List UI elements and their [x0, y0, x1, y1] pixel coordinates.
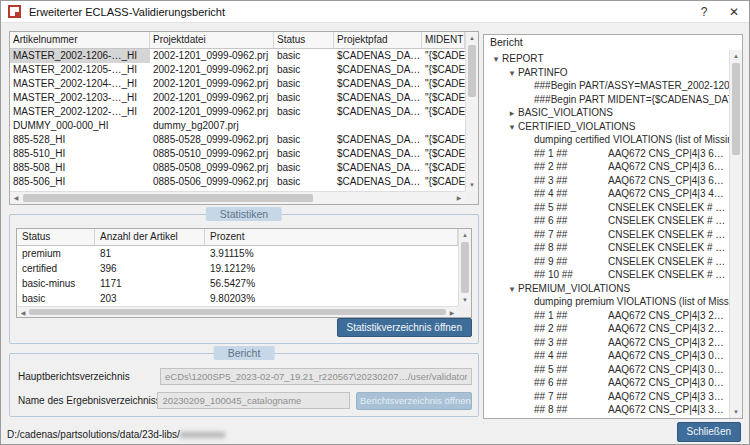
- article-cell: "{$CADEN: [422, 105, 465, 119]
- report-tree: ▾REPORT▾PARTINFO###Begin PART/ASSY=MASTE…: [484, 52, 729, 418]
- scroll-up-icon[interactable]: ▲: [730, 50, 742, 62]
- column-header-projektdatei[interactable]: Projektdatei: [150, 32, 274, 48]
- tree-item[interactable]: ## 6 ##CNSELEK CNSELEK # …: [484, 214, 729, 228]
- article-row[interactable]: DUMMY_000-000_HIdummy_bg2007.prj: [10, 119, 465, 133]
- tree-item[interactable]: ▸BASIC_VIOLATIONS: [484, 106, 729, 120]
- tree-item[interactable]: ## 5 ##CNSELEK CNSELEK # …: [484, 201, 729, 215]
- tree-item[interactable]: ## 7 ##AAQ672 CNS_CP|4|3 3…: [484, 390, 729, 404]
- articles-vscrollbar[interactable]: ▲ ▼: [465, 32, 478, 191]
- stats-cell: 81: [95, 246, 205, 261]
- stats-vscrollbar[interactable]: ▲ ▼: [458, 229, 471, 306]
- chevron-down-icon[interactable]: ▾: [490, 53, 502, 66]
- column-header-mident[interactable]: MIDENT: [422, 32, 465, 48]
- article-cell: basic: [274, 49, 334, 63]
- tree-item[interactable]: ## 2 ##AAQ672 CNS_CP|4|3 2…: [484, 322, 729, 336]
- stats-row[interactable]: premium813.91115%: [17, 246, 458, 261]
- article-row[interactable]: MASTER_2002-1205-…_HI2002-1201_0999-0962…: [10, 63, 465, 77]
- article-cell: basic: [274, 105, 334, 119]
- scroll-left-icon[interactable]: ◀: [17, 307, 29, 317]
- articles-hscrollbar[interactable]: ◀ ▶: [10, 191, 465, 204]
- chevron-down-icon[interactable]: ▾: [506, 67, 518, 80]
- article-row[interactable]: 885-506_HI0885-0506_0999-0962.prjbasic$C…: [10, 175, 465, 189]
- tree-item[interactable]: ## 3 ##AAQ672 CNS_CP|4|3 6…: [484, 174, 729, 188]
- tree-item-value: AAQ672 CNS_CP|4|3 4…: [608, 188, 724, 199]
- article-row[interactable]: MASTER_2002-1204-…_HI2002-1201_0999-0962…: [10, 77, 465, 91]
- tree-item[interactable]: ###Begin PART/ASSY=MASTER_2002-1206-w…: [484, 79, 729, 93]
- articles-vscroll-thumb[interactable]: [468, 45, 476, 97]
- main-report-directory-field[interactable]: [160, 368, 472, 385]
- article-row[interactable]: 885-528_HI0885-0528_0999-0962.prjbasic$C…: [10, 133, 465, 147]
- tree-item-value: CNSELEK CNSELEK # …: [608, 202, 725, 213]
- tree-item[interactable]: dumping premium VIOLATIONS (list of Miss…: [484, 295, 729, 309]
- article-cell: [334, 119, 422, 133]
- column-header-projektpfad[interactable]: Projektpfad: [334, 32, 422, 48]
- statistics-table-header: Status Anzahl der Artikel Prozent: [17, 229, 458, 246]
- tree-item[interactable]: ## 7 ##CNSELEK CNSELEK # …: [484, 228, 729, 242]
- result-directory-name-field[interactable]: [157, 392, 350, 409]
- article-cell: $CADENAS_DA…: [334, 161, 422, 175]
- tree-item[interactable]: ▾CERTIFIED_VIOLATIONS: [484, 120, 729, 134]
- scroll-up-icon[interactable]: ▲: [466, 32, 478, 44]
- tree-item[interactable]: dumping certified VIOLATIONS (list of Mi…: [484, 133, 729, 147]
- stats-column-anzahl[interactable]: Anzahl der Artikel: [95, 229, 205, 245]
- tree-item[interactable]: ## 5 ##AAQ672 CNS_CP|4|3 0…: [484, 363, 729, 377]
- tree-vscrollbar[interactable]: ▲ ▼: [729, 50, 742, 418]
- chevron-down-icon[interactable]: ▾: [506, 283, 518, 296]
- column-header-status[interactable]: Status: [274, 32, 334, 48]
- article-row[interactable]: MASTER_2002-1202-…_HI2002-1201_0999-0962…: [10, 105, 465, 119]
- article-cell: basic: [274, 91, 334, 105]
- tree-item-label: ## 8 ##: [534, 403, 608, 417]
- scroll-down-icon[interactable]: ▼: [730, 406, 742, 418]
- scroll-right-icon[interactable]: ▶: [446, 307, 458, 317]
- tree-item[interactable]: ▾PARTINFO: [484, 66, 729, 80]
- tree-item[interactable]: ## 2 ##AAQ672 CNS_CP|4|3 6…: [484, 160, 729, 174]
- tree-item[interactable]: ## 8 ##CNSELEK CNSELEK # …: [484, 241, 729, 255]
- tree-item[interactable]: ## 1 ##AAQ672 CNS_CP|4|3 6…: [484, 147, 729, 161]
- tree-item[interactable]: ## 3 ##AAQ672 CNS_CP|4|3 2…: [484, 336, 729, 350]
- stats-row[interactable]: basic2039.80203%: [17, 291, 458, 306]
- tree-item[interactable]: ## 4 ##AAQ672 CNS_CP|4|3 4…: [484, 187, 729, 201]
- open-report-directory-button[interactable]: Berichtsverzeichnis öffnen: [356, 392, 472, 410]
- stats-row[interactable]: basic-minus117156.5427%: [17, 276, 458, 291]
- article-row[interactable]: 885-510_HI0885-0510_0999-0962.prjbasic$C…: [10, 147, 465, 161]
- stats-vscroll-thumb[interactable]: [461, 242, 469, 293]
- article-row[interactable]: MASTER_2002-1206-…_HI2002-1201_0999-0962…: [10, 49, 465, 63]
- article-cell: 2002-1201_0999-0962.prj: [150, 105, 274, 119]
- tree-item-label: ## 5 ##: [534, 201, 608, 215]
- chevron-down-icon[interactable]: ▾: [506, 121, 518, 134]
- scroll-left-icon[interactable]: ◀: [10, 192, 22, 204]
- stats-column-prozent[interactable]: Prozent: [205, 229, 458, 245]
- tree-item[interactable]: ## 1 ##AAQ672 CNS_CP|4|3 2…: [484, 309, 729, 323]
- stats-column-status[interactable]: Status: [17, 229, 95, 245]
- tree-item[interactable]: ###Begin PART MIDENT={$CADENAS_DATA/…: [484, 93, 729, 107]
- stats-hscrollbar[interactable]: ◀ ▶: [17, 306, 458, 317]
- stats-cell: 396: [95, 261, 205, 276]
- tree-item[interactable]: ## 6 ##AAQ672 CNS_CP|4|3 0…: [484, 376, 729, 390]
- help-button[interactable]: ?: [689, 5, 719, 19]
- chevron-right-icon[interactable]: ▸: [506, 107, 518, 120]
- scroll-up-icon[interactable]: ▲: [459, 229, 471, 241]
- tree-item-value: AAQ672 CNS_CP|4|3 2…: [608, 323, 724, 334]
- tree-item[interactable]: ## 8 ##AAQ672 CNS_CP|4|3 3…: [484, 403, 729, 417]
- stats-hscroll-thumb[interactable]: [29, 309, 446, 315]
- stats-table-body: premium813.91115%certified39619.1212%bas…: [17, 246, 458, 306]
- scroll-down-icon[interactable]: ▼: [459, 294, 471, 306]
- scroll-right-icon[interactable]: ▶: [453, 192, 465, 204]
- tree-item[interactable]: ▾REPORT: [484, 52, 729, 66]
- tree-item[interactable]: ## 4 ##AAQ672 CNS_CP|4|3 0…: [484, 349, 729, 363]
- stats-row[interactable]: certified39619.1212%: [17, 261, 458, 276]
- open-statistics-directory-button[interactable]: Statistikverzeichnis öffnen: [337, 318, 472, 337]
- tree-item[interactable]: ## 9 ##CNSELEK CNSELEK # …: [484, 255, 729, 269]
- tree-item[interactable]: ## 10 ##CNSELEK CNSELEK # …: [484, 268, 729, 282]
- scroll-down-icon[interactable]: ▼: [466, 179, 478, 191]
- tree-item-label: ###Begin PART MIDENT={$CADENAS_DATA/…: [534, 94, 729, 105]
- close-button[interactable]: ✕: [719, 5, 749, 19]
- article-row[interactable]: MASTER_2002-1203-…_HI2002-1201_0999-0962…: [10, 91, 465, 105]
- tree-item[interactable]: ▾PREMIUM_VIOLATIONS: [484, 282, 729, 296]
- tree-item-value: CNSELEK CNSELEK # …: [608, 256, 725, 267]
- tree-vscroll-thumb[interactable]: [732, 63, 740, 155]
- close-dialog-button[interactable]: Schließen: [677, 422, 741, 442]
- articles-hscroll-thumb[interactable]: [23, 194, 313, 202]
- column-header-artikelnummer[interactable]: Artikelnummer: [10, 32, 150, 48]
- article-row[interactable]: 885-508_HI0885-0508_0999-0962.prjbasic$C…: [10, 161, 465, 175]
